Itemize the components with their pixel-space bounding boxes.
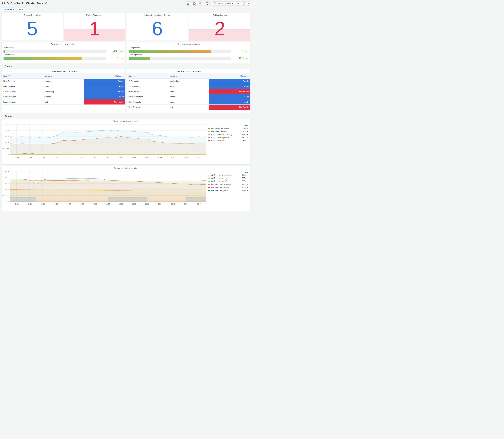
legend-avg-value: 289 ms (242, 189, 248, 192)
legend-series-name[interactable]: GitRepository/monitoring (211, 174, 241, 176)
cell-name: monitoring (43, 89, 84, 94)
column-header-kind[interactable]: Kind (127, 73, 168, 79)
time-range-label: Last 15 minutes (217, 2, 231, 5)
row-toggle-timing[interactable]: Timing (1, 114, 250, 118)
legend-series-name[interactable]: Kustomization/podinfo (211, 136, 241, 139)
legend-avg-value: 16 ms (243, 130, 248, 133)
legend-series-name[interactable]: Kustomization/monitoring (211, 133, 241, 135)
zoom-out-button[interactable] (236, 1, 240, 5)
legend-series-name[interactable]: Kustomization/test (211, 139, 242, 142)
add-panel-button[interactable] (186, 1, 191, 5)
gauge-label: GitRepository (129, 47, 249, 49)
gauge-value: 1.2 s (233, 49, 248, 53)
svg-text:16:05: 16:05 (171, 203, 175, 205)
svg-text:16:02: 16:02 (132, 156, 136, 158)
panel-failing-sources: Failing Sources 2 (189, 13, 250, 41)
series-color-swatch (208, 178, 210, 179)
svg-text:0 s: 0 s (6, 201, 9, 203)
panel-title[interactable]: Cluster reconciliation duration (2, 119, 250, 123)
legend-avg-value: 1.605 s (242, 133, 248, 135)
status-badge: Ready (84, 89, 125, 94)
gauge-helmrelease: HelmRelease 43.6 ms (3, 47, 123, 53)
cell-kind: GitRepository (127, 84, 168, 89)
cell-name: minio (43, 84, 84, 89)
panel-title[interactable]: Cluster Reconcilers (2, 13, 63, 16)
svg-text:16:02: 16:02 (132, 203, 136, 205)
legend-item: Kustomization/monitoring1.605 s (208, 133, 248, 136)
share-icon[interactable] (45, 2, 47, 5)
series-color-swatch (208, 181, 210, 182)
series-color-swatch (208, 137, 210, 138)
stat-value: 2 (189, 17, 250, 40)
svg-text:15:59: 15:59 (93, 203, 97, 205)
variable-namespace-select[interactable]: All (17, 7, 25, 12)
panel-title[interactable]: Failing Reconcilers (64, 13, 125, 16)
legend-series-name[interactable]: HelmRelease/minio (211, 130, 242, 133)
legend-item: HelmRepository/minio108 ms (208, 186, 248, 189)
panel-title[interactable]: Source ops avg. duration (127, 42, 250, 46)
filter-icon (122, 75, 124, 77)
cluster-reconciliation-duration-chart[interactable]: 0 s500 ms1.0 s1.5 s2.0 s2.5 s15:5315:541… (2, 123, 207, 161)
status-badge: Ready (84, 84, 125, 89)
dashboard-settings-button[interactable]: ⚙ (198, 1, 202, 5)
refresh-button[interactable] (241, 1, 246, 5)
legend-item: HelmRepository/test289 ms (208, 189, 248, 192)
panel-title[interactable]: Reconciler ops avg. duration (2, 42, 125, 46)
svg-text:16:03: 16:03 (145, 156, 149, 158)
time-picker-button[interactable]: Last 15 minutes (212, 1, 235, 5)
svg-text:15:57: 15:57 (67, 156, 71, 158)
legend-item: GitRepository/test2338 ms (208, 180, 248, 183)
cell-name: monitoring (168, 79, 209, 84)
column-header-name[interactable]: Name (43, 73, 84, 79)
legend-series-name[interactable]: HelmRepository/test (211, 189, 241, 192)
legend-series-name[interactable]: GitRepository/test2 (211, 180, 241, 182)
legend-avg-value: 71 ms (243, 127, 248, 129)
column-header-status[interactable]: Status (84, 73, 125, 79)
legend-series-name[interactable]: HelmRepository/bitnami (211, 183, 241, 185)
column-header-name[interactable]: Name (168, 73, 209, 79)
status-badge: Not Ready (209, 89, 250, 94)
svg-text:16:00: 16:00 (106, 203, 110, 205)
filter-icon (8, 75, 10, 77)
legend-avg-header: avg (208, 171, 248, 173)
gauge-fill (129, 50, 211, 53)
status-badge: Ready (209, 99, 250, 104)
cell-name: test2 (168, 89, 209, 94)
panel-title[interactable]: Source acquisition readiness (127, 69, 250, 73)
source-acquisition-duration-chart[interactable]: 0 s500 ms1.0 s1.5 s2.0 s2.5 s15:5315:541… (2, 170, 207, 208)
column-header-kind[interactable]: Kind (2, 73, 43, 79)
svg-text:15:53: 15:53 (14, 203, 19, 205)
panel-title[interactable]: Failing Sources (189, 13, 250, 16)
panel-title[interactable]: Kubernetes Manifests Sources (127, 13, 188, 16)
save-dashboard-button[interactable] (192, 1, 197, 5)
cycle-view-button[interactable] (205, 1, 210, 5)
chart-legend: avg GitRepository/monitoring1.594 sGitRe… (207, 170, 249, 208)
panel-cluster-reconciliation-readiness: Cluster reconciliation readiness Kind Na… (1, 69, 125, 113)
legend-series-name[interactable]: HelmRelease/contour (211, 127, 242, 129)
cell-kind: GitRepository (127, 79, 168, 84)
filter-icon (134, 75, 135, 77)
legend-item: HelmRelease/contour71 ms (208, 127, 248, 130)
panel-title[interactable]: Cluster reconciliation readiness (2, 69, 125, 73)
table-row: HelmRepositorybitnamiReady (127, 94, 250, 99)
dashboard-grid: Cluster Reconcilers 5 Failing Reconciler… (0, 13, 252, 214)
legend-series-name[interactable]: GitRepository/podinfo (211, 177, 241, 179)
gauge-track (129, 50, 232, 53)
variable-namespace-value: All (18, 8, 21, 11)
svg-text:16:06: 16:06 (184, 203, 188, 205)
svg-text:1.5 s: 1.5 s (5, 136, 9, 137)
cell-name: test (43, 99, 84, 104)
legend-series-name[interactable]: HelmRepository/minio (211, 186, 241, 188)
refresh-interval-dropdown[interactable] (247, 1, 250, 5)
panel-kubernetes-manifests-sources: Kubernetes Manifests Sources 6 (127, 13, 188, 41)
apps-grid-icon[interactable] (2, 2, 5, 5)
table-header-row: Kind Name Status (127, 73, 250, 79)
panel-title[interactable]: Source acquisition duration (2, 166, 250, 170)
panel-cluster-reconcilers: Cluster Reconcilers 5 (1, 13, 63, 41)
table-row: HelmRepositorytestNot Ready (127, 105, 250, 110)
svg-text:15:58: 15:58 (80, 156, 84, 158)
column-header-status[interactable]: Status (209, 73, 250, 79)
row-toggle-status[interactable]: Status (1, 64, 250, 68)
svg-text:15:56: 15:56 (54, 156, 58, 158)
series-color-swatch (208, 187, 210, 188)
